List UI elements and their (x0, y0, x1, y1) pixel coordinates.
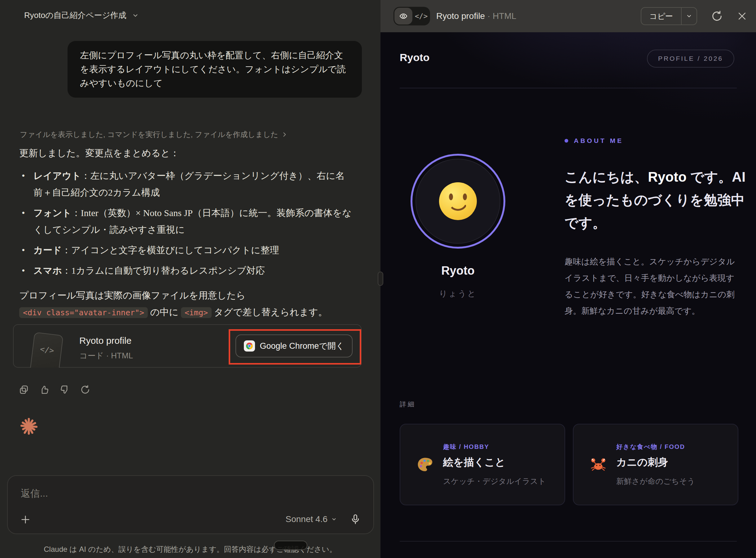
plus-icon[interactable] (19, 513, 32, 526)
about-me-label-row: ABOUT ME (565, 137, 623, 145)
user-message-bubble: 左側にプロフィール写真の丸い枠を配置して、右側に自己紹介文を表示するレイアウトに… (68, 41, 362, 98)
open-in-chrome-button[interactable]: Google Chromeで開く (236, 334, 353, 357)
footer-divider (400, 541, 737, 541)
artifact-preview-page: Ryoto PROFILE / 2026 Ryoto りょうと ABOUT ME… (380, 32, 756, 558)
bullet-dot-icon (565, 139, 568, 143)
avatar-inner (415, 159, 501, 244)
inline-code-img: <img> (181, 307, 212, 318)
about-me-label: ABOUT ME (574, 137, 623, 145)
tool-steps-summary[interactable]: ファイルを表示しました, コマンドを実行しました, ファイルを作成しました (20, 130, 288, 140)
page-logo: Ryoto (400, 51, 429, 64)
artifact-title: Ryoto profile (79, 335, 131, 346)
chat-panel: Ryotoの自己紹介ページ作成 左側にプロフィール写真の丸い枠を配置して、右側に… (0, 0, 380, 558)
reply-composer[interactable]: 返信... Sonnet 4.6 (7, 475, 374, 534)
chat-title-dropdown[interactable]: Ryotoの自己紹介ページ作成 (24, 10, 139, 21)
chevron-down-icon (331, 516, 337, 522)
assistant-bullet-list: レイアウト：左に丸いアバター枠（グラデーションリング付き）、右に名前＋自己紹介文… (19, 168, 354, 283)
artifact-subtitle: コード · HTML (79, 350, 133, 361)
profile-name: Ryoto (380, 264, 535, 277)
bullet-item-mobile: スマホ：1カラムに自動で切り替わるレスポンシブ対応 (19, 262, 354, 279)
header-divider (400, 88, 737, 88)
eye-icon[interactable] (395, 8, 412, 25)
artifact-panel: </> Ryoto profile · HTML コピー Ryoto PROFI… (380, 0, 756, 558)
ai-disclaimer: Claude は AI のため、誤りを含む可能性があります。回答内容は必ずご確認… (0, 544, 380, 554)
reply-input[interactable]: 返信... (21, 487, 48, 500)
code-icon: </> (29, 332, 63, 367)
avatar (410, 154, 505, 249)
hover-tooltip-pill (274, 541, 307, 550)
food-card: 好きな食べ物 / FOOD カニの刺身 新鮮さが命のごちそう (573, 424, 738, 505)
profile-badge: PROFILE / 2026 (647, 50, 734, 68)
card-label: 好きな食べ物 / FOOD (616, 443, 695, 451)
profile-bio: 趣味は絵を描くこと。スケッチからデジタルイラストまで、日々手を動かしながら表現す… (565, 254, 740, 319)
bullet-item-font: フォント：Inter（英数）× Noto Sans JP（日本語）に統一。装飾系… (19, 205, 354, 238)
copy-button[interactable]: コピー (641, 8, 681, 25)
smiley-face-icon (439, 182, 477, 220)
card-subtitle: 新鮮さが命のごちそう (616, 476, 695, 486)
copy-icon[interactable] (18, 384, 30, 396)
model-selector[interactable]: Sonnet 4.6 (286, 514, 337, 524)
chrome-icon (244, 340, 255, 352)
inline-code-div: <div class="avatar-inner"> (19, 307, 148, 318)
message-action-row (18, 384, 91, 396)
chevron-down-icon[interactable] (682, 8, 697, 25)
chat-title-label: Ryotoの自己紹介ページ作成 (24, 10, 127, 21)
open-in-chrome-label: Google Chromeで開く (260, 340, 345, 352)
chevron-down-icon (132, 12, 139, 19)
artifact-header-title: Ryoto profile · HTML (436, 11, 516, 21)
detail-cards-row: 趣味 / HOBBY 絵を描くこと スケッチ・デジタルイラスト (400, 424, 738, 505)
bullet-item-card: カード：アイコンと文字を横並びにしてコンパクトに整理 (19, 242, 354, 258)
copy-button-group: コピー (641, 7, 697, 25)
artifact-header: </> Ryoto profile · HTML コピー (380, 0, 756, 32)
thumbs-up-icon[interactable] (38, 384, 50, 396)
retry-icon[interactable] (79, 384, 91, 396)
preview-code-toggle[interactable]: </> (394, 7, 430, 25)
model-name: Sonnet 4.6 (286, 514, 327, 524)
chevron-right-icon (281, 131, 288, 137)
claude-asterisk-icon (19, 416, 38, 436)
refresh-icon[interactable] (711, 10, 723, 22)
card-subtitle: スケッチ・デジタルイラスト (443, 476, 546, 486)
artifact-thumbnail: </> (28, 332, 66, 367)
tool-steps-text: ファイルを表示しました, コマンドを実行しました, ファイルを作成しました (20, 130, 278, 140)
profile-name-kana: りょうと (380, 288, 535, 299)
assistant-closing-text: プロフィール写真は実際の画像ファイルを用意したら <div class="ava… (19, 287, 369, 321)
palette-icon (416, 456, 434, 473)
profile-heading: こんにちは、Ryoto です。AIを使ったものづくりを勉強中です。 (565, 166, 748, 234)
bullet-item-layout: レイアウト：左に丸いアバター枠（グラデーションリング付き）、右に名前＋自己紹介文… (19, 168, 354, 201)
details-section-label: 詳細 (400, 400, 416, 409)
card-label: 趣味 / HOBBY (443, 443, 546, 451)
thumbs-down-icon[interactable] (59, 384, 71, 396)
code-icon[interactable]: </> (412, 12, 430, 20)
assistant-intro-text: 更新しました。変更点をまとめると： (19, 147, 180, 160)
card-title: 絵を描くこと (443, 455, 546, 470)
hobby-card: 趣味 / HOBBY 絵を描くこと スケッチ・デジタルイラスト (400, 424, 565, 505)
panel-resize-handle[interactable] (378, 272, 383, 286)
user-message-text: 左側にプロフィール写真の丸い枠を配置して、右側に自己紹介文を表示するレイアウトに… (80, 50, 346, 88)
card-title: カニの刺身 (616, 455, 695, 470)
crab-icon (590, 456, 607, 473)
microphone-icon[interactable] (350, 514, 361, 525)
close-icon[interactable] (737, 11, 747, 21)
